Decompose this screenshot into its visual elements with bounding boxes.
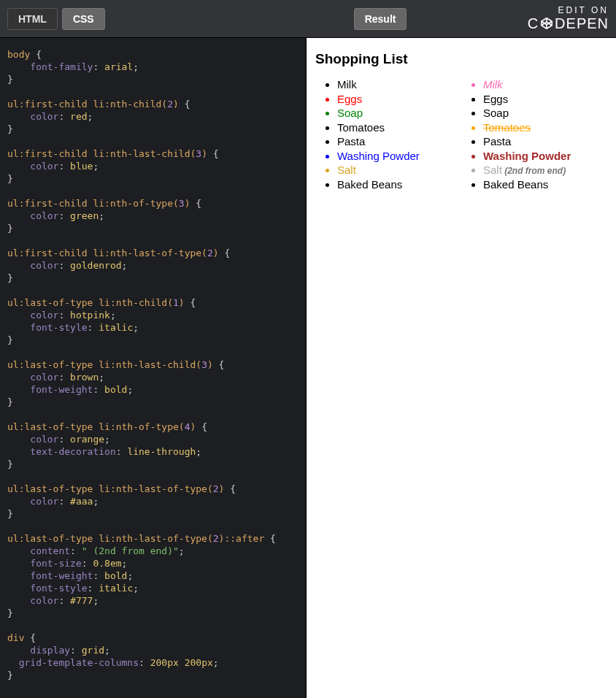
list-item: Milk xyxy=(337,77,461,92)
tab-css[interactable]: CSS xyxy=(62,8,105,30)
codepen-logo: C DEPEN xyxy=(528,15,609,31)
tab-result[interactable]: Result xyxy=(354,8,407,30)
shopping-list-2: MilkEggsSoapTomatoesPastaWashing PowderS… xyxy=(461,77,607,191)
list-item: Salt xyxy=(337,163,461,177)
list-item: Milk xyxy=(483,77,607,92)
codepen-logo-text-left: C xyxy=(528,15,539,31)
list-item: Eggs xyxy=(337,92,461,107)
result-lists-grid: MilkEggsSoapTomatoesPastaWashing PowderS… xyxy=(315,77,607,191)
list-item: Baked Beans xyxy=(483,177,607,192)
list-item: Pasta xyxy=(337,134,461,149)
codepen-logo-text-right: DEPEN xyxy=(555,15,609,31)
shopping-list-1: MilkEggsSoapTomatoesPastaWashing PowderS… xyxy=(315,77,461,191)
result-heading: Shopping List xyxy=(315,51,607,67)
edit-on-label: EDIT ON xyxy=(528,6,609,15)
top-bar: HTML CSS Result EDIT ON C DEPEN xyxy=(0,0,616,38)
editor-panes: body { font-family: arial; } ul:first-ch… xyxy=(0,38,616,698)
list-item-annotation: (2nd from end) xyxy=(502,166,566,176)
codepen-cube-icon xyxy=(540,17,553,30)
list-item: Soap xyxy=(337,106,461,120)
tab-html[interactable]: HTML xyxy=(7,8,58,30)
css-code-editor[interactable]: body { font-family: arial; } ul:first-ch… xyxy=(0,38,307,698)
list-item: Washing Powder xyxy=(483,149,607,164)
list-item: Washing Powder xyxy=(337,149,461,164)
list-item: Tomatoes xyxy=(483,120,607,135)
edit-on-codepen-link[interactable]: EDIT ON C DEPEN xyxy=(528,6,609,31)
list-item: Salt (2nd from end) xyxy=(483,163,607,177)
list-item: Pasta xyxy=(483,134,607,149)
list-item: Baked Beans xyxy=(337,177,461,192)
result-preview: Shopping List MilkEggsSoapTomatoesPastaW… xyxy=(307,38,616,698)
list-item: Tomatoes xyxy=(337,120,461,135)
list-item: Eggs xyxy=(483,92,607,107)
list-item: Soap xyxy=(483,106,607,120)
